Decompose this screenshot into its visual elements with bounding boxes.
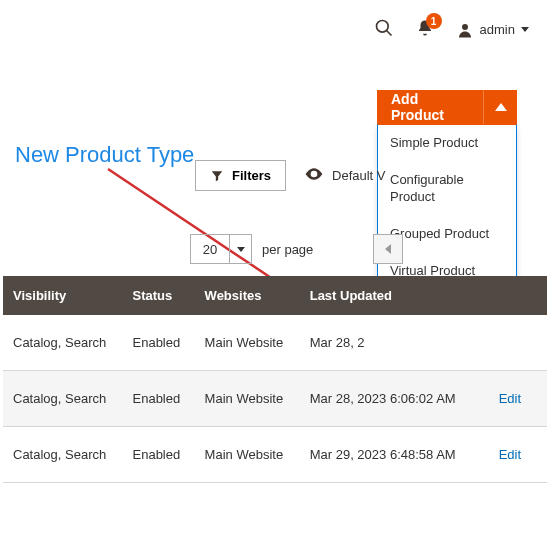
table-header-row: Visibility Status Websites Last Updated xyxy=(3,276,547,315)
chevron-down-icon xyxy=(521,27,529,32)
col-visibility[interactable]: Visibility xyxy=(3,276,123,315)
cell-last-updated: Mar 28, 2 xyxy=(300,315,473,371)
view-selector[interactable]: Default V xyxy=(304,164,385,187)
per-page-value: 20 xyxy=(191,235,229,263)
products-grid: Visibility Status Websites Last Updated … xyxy=(3,276,547,483)
per-page-select[interactable]: 20 xyxy=(190,234,252,264)
edit-link[interactable]: Edit xyxy=(499,391,521,406)
cell-last-updated: Mar 28, 2023 6:06:02 AM xyxy=(300,371,473,427)
col-action xyxy=(473,276,547,315)
per-page-label: per page xyxy=(262,242,313,257)
add-product-toggle[interactable] xyxy=(483,90,517,124)
edit-link[interactable]: Edit xyxy=(499,447,521,462)
table-row[interactable]: Catalog, Search Enabled Main Website Mar… xyxy=(3,427,547,483)
cell-websites: Main Website xyxy=(195,427,300,483)
eye-icon xyxy=(304,164,324,187)
cell-visibility: Catalog, Search xyxy=(3,315,123,371)
notifications-button[interactable]: 1 xyxy=(416,19,434,40)
cell-status: Enabled xyxy=(123,427,195,483)
add-product-button[interactable]: Add Product xyxy=(377,90,483,124)
table-row[interactable]: Catalog, Search Enabled Main Website Mar… xyxy=(3,315,547,371)
cell-status: Enabled xyxy=(123,371,195,427)
col-websites[interactable]: Websites xyxy=(195,276,300,315)
notification-badge: 1 xyxy=(426,13,442,29)
account-username: admin xyxy=(480,22,515,37)
svg-point-0 xyxy=(376,21,388,33)
svg-point-5 xyxy=(312,172,315,175)
chevron-left-icon xyxy=(385,244,391,254)
table-row[interactable]: Catalog, Search Enabled Main Website Mar… xyxy=(3,371,547,427)
view-label: Default V xyxy=(332,168,385,183)
svg-line-1 xyxy=(386,31,391,36)
cell-websites: Main Website xyxy=(195,371,300,427)
filters-label: Filters xyxy=(232,168,271,183)
col-last-updated[interactable]: Last Updated xyxy=(300,276,473,315)
search-icon[interactable] xyxy=(374,18,394,41)
chevron-down-icon xyxy=(229,235,251,263)
cell-visibility: Catalog, Search xyxy=(3,371,123,427)
account-menu[interactable]: admin xyxy=(456,21,529,39)
col-status[interactable]: Status xyxy=(123,276,195,315)
pager-prev-button[interactable] xyxy=(373,234,403,264)
svg-point-2 xyxy=(462,24,468,30)
funnel-icon xyxy=(210,169,224,183)
dropdown-item-simple[interactable]: Simple Product xyxy=(378,125,516,162)
cell-status: Enabled xyxy=(123,315,195,371)
cell-visibility: Catalog, Search xyxy=(3,427,123,483)
cell-last-updated: Mar 29, 2023 6:48:58 AM xyxy=(300,427,473,483)
triangle-up-icon xyxy=(495,103,507,111)
filters-button[interactable]: Filters xyxy=(195,160,286,191)
cell-websites: Main Website xyxy=(195,315,300,371)
